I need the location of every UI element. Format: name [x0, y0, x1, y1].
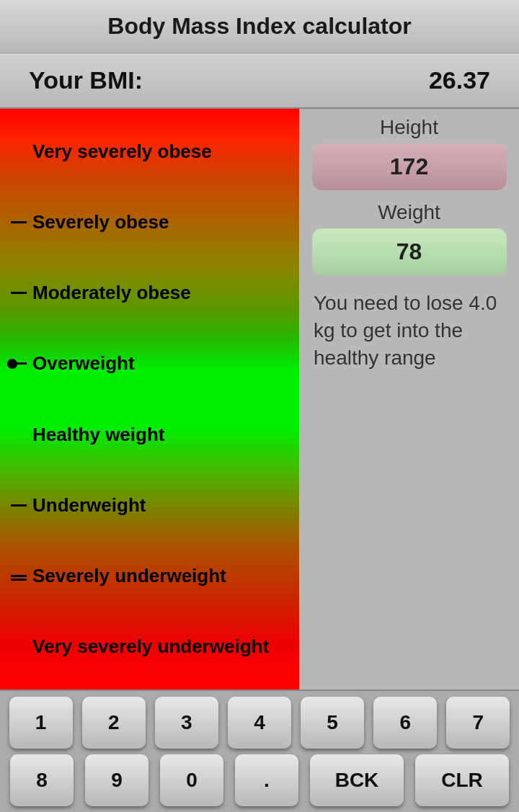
scale-items: Very severely obeseSeverely obeseModerat… [0, 109, 299, 690]
scale-item-underweight: Underweight [11, 494, 299, 517]
scale-item-very-severely-underweight: Very severely underweight [11, 635, 299, 658]
main-content: Very severely obeseSeverely obeseModerat… [0, 109, 519, 690]
keyboard-row-1: 1 2 3 4 5 6 7 [4, 697, 515, 749]
scale-tick-underweight [11, 504, 27, 507]
right-panel: Height 172 Weight 78 You need to lose 4.… [299, 109, 519, 690]
bmi-label: Your BMI: [29, 66, 143, 94]
key-clr[interactable]: CLR [415, 754, 509, 806]
height-label: Height [380, 116, 438, 139]
numeric-keyboard: 1 2 3 4 5 6 7 8 9 0 . BCK CLR [0, 690, 519, 812]
key-1[interactable]: 1 [9, 697, 73, 749]
scale-label-very-severely-underweight: Very severely underweight [32, 635, 269, 658]
scale-item-healthy-weight: Healthy weight [11, 424, 299, 446]
scale-item-overweight: Overweight [11, 352, 299, 375]
key-4[interactable]: 4 [228, 697, 291, 749]
scale-label-overweight: Overweight [32, 352, 135, 375]
weight-section: Weight 78 [299, 194, 519, 279]
key-3[interactable]: 3 [155, 697, 218, 749]
bmi-value: 26.37 [429, 66, 490, 94]
scale-item-severely-underweight: Severely underweight [11, 565, 299, 587]
key-6[interactable]: 6 [373, 697, 437, 749]
weight-value: 78 [396, 238, 422, 265]
scale-label-very-severely-obese: Very severely obese [32, 140, 212, 163]
weight-label: Weight [378, 201, 440, 224]
scale-item-moderately-obese: Moderately obese [11, 282, 299, 304]
scale-label-underweight: Underweight [32, 494, 146, 517]
advice-text: You need to lose 4.0 kg to get into the … [299, 279, 519, 690]
height-section: Height 172 [299, 109, 519, 194]
scale-item-very-severely-obese: Very severely obese [11, 140, 299, 163]
bmi-row: Your BMI: 26.37 [0, 53, 519, 109]
height-display[interactable]: 172 [312, 143, 507, 190]
scale-tick-severely-obese [11, 221, 27, 223]
app-header: Body Mass Index calculator [0, 0, 519, 53]
scale-label-healthy-weight: Healthy weight [32, 424, 164, 446]
key-5[interactable]: 5 [301, 697, 364, 749]
weight-display[interactable]: 78 [312, 228, 507, 275]
bmi-scale-panel: Very severely obeseSeverely obeseModerat… [0, 109, 299, 690]
app-title: Body Mass Index calculator [7, 13, 512, 40]
scale-tick-severely-underweight [11, 575, 27, 577]
scale-label-moderately-obese: Moderately obese [32, 282, 191, 304]
scale-item-severely-obese: Severely obese [11, 211, 299, 233]
key-8[interactable]: 8 [10, 754, 74, 806]
scale-dot-overweight [7, 359, 17, 369]
scale-tick-moderately-obese [11, 292, 27, 294]
keyboard-row-2: 8 9 0 . BCK CLR [4, 754, 515, 806]
scale-label-severely-obese: Severely obese [32, 211, 169, 233]
key-bck[interactable]: BCK [310, 754, 404, 806]
height-value: 172 [390, 153, 428, 180]
key-2[interactable]: 2 [82, 697, 146, 749]
key-9[interactable]: 9 [85, 754, 148, 806]
scale-label-severely-underweight: Severely underweight [32, 565, 226, 587]
key-7[interactable]: 7 [446, 697, 510, 749]
key-dot[interactable]: . [235, 754, 298, 806]
key-0[interactable]: 0 [160, 754, 223, 806]
